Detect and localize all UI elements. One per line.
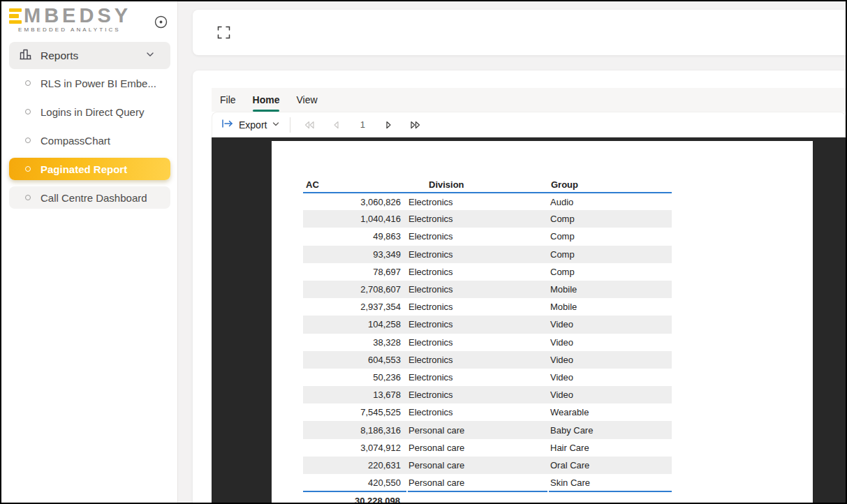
paginated-report-embed: File Home View Export [212, 88, 846, 504]
col-header-group: Group [548, 177, 672, 193]
ribbon-toolbar: Export 1 [212, 112, 846, 137]
previous-page-icon[interactable] [323, 121, 349, 129]
table-row: 1,040,416 Electronics Comp [303, 210, 672, 228]
radio-bullet-icon [25, 166, 31, 172]
ribbon-tab[interactable]: Home [244, 88, 288, 112]
sidebar: MBEDSY EMBEDDED ANALYTICS Reports RLS in… [1, 1, 178, 503]
fullscreen-icon[interactable] [217, 26, 230, 39]
report-table: AC Division Group 3,060,826 Electronics … [303, 177, 672, 504]
sidebar-report-item[interactable]: RLS in Power BI Embe... [9, 72, 170, 94]
radio-bullet-icon [25, 109, 31, 114]
page-navigation: 1 [296, 119, 429, 130]
export-label: Export [239, 119, 267, 131]
toolbar-divider [290, 117, 290, 133]
report-canvas: AC Division Group 3,060,826 Electronics … [212, 137, 846, 504]
sidebar-report-item[interactable]: Paginated Report [9, 158, 170, 180]
table-total-row: 30,228,098 [303, 491, 672, 504]
current-page-number[interactable]: 1 [349, 119, 376, 130]
table-row: 104,258 Electronics Video [303, 316, 672, 333]
report-list: RLS in Power BI Embe... Logins in Direct… [9, 72, 170, 209]
brand-name: MBEDSY [24, 7, 131, 24]
table-row: 2,708,607 Electronics Mobile [303, 281, 672, 298]
export-button[interactable]: Export [221, 118, 280, 132]
table-row: 93,349 Electronics Comp [303, 246, 672, 263]
ribbon-tab[interactable]: File [212, 88, 244, 112]
table-row: 38,328 Electronics Video [303, 334, 672, 351]
radio-bullet-icon [25, 80, 31, 86]
brand-subtitle: EMBEDDED ANALYTICS [18, 27, 177, 33]
circle-dot-icon[interactable] [154, 15, 168, 29]
table-row: 3,074,912 Personal care Hair Care [303, 439, 672, 457]
col-header-division: Division [407, 177, 548, 193]
radio-bullet-icon [25, 138, 31, 143]
first-page-icon[interactable] [296, 121, 323, 129]
table-row: 220,631 Personal care Oral Care [303, 457, 672, 474]
sidebar-report-item[interactable]: CompassChart [9, 129, 170, 151]
radio-bullet-icon [25, 195, 31, 200]
table-row: 8,186,316 Personal care Baby Care [303, 421, 672, 438]
ribbon-tabbar: File Home View [212, 88, 846, 112]
chevron-down-icon [145, 50, 155, 62]
table-row: 78,697 Electronics Comp [303, 263, 672, 281]
chevron-down-icon [272, 119, 280, 131]
table-row: 50,236 Electronics Video [303, 369, 672, 386]
table-row: 420,550 Personal care Skin Care [303, 474, 672, 491]
col-header-ac: AC [303, 177, 407, 193]
table-row: 7,545,525 Electronics Wearable [303, 403, 672, 421]
last-page-icon[interactable] [402, 121, 429, 129]
table-row: 3,060,826 Electronics Audio [303, 193, 672, 210]
brand-e-icon [9, 8, 22, 24]
sidebar-report-item[interactable]: Logins in Direct Query [9, 101, 170, 123]
table-row: 49,863 Electronics Comp [303, 228, 672, 245]
top-toolbar-card [193, 10, 846, 55]
table-header-row: AC Division Group [303, 177, 672, 193]
bar-chart-icon [18, 47, 33, 64]
next-page-icon[interactable] [376, 121, 402, 129]
export-icon [221, 118, 234, 132]
table-row: 2,937,354 Electronics Mobile [303, 298, 672, 316]
ribbon-tab[interactable]: View [288, 88, 325, 112]
table-row: 13,678 Electronics Video [303, 386, 672, 403]
report-page: AC Division Group 3,060,826 Electronics … [272, 141, 813, 504]
total-value: 30,228,098 [303, 491, 407, 504]
table-row: 604,553 Electronics Video [303, 351, 672, 369]
reports-section-header[interactable]: Reports [9, 42, 170, 69]
brand-logo: MBEDSY [1, 1, 177, 24]
sidebar-report-item[interactable]: Call Centre Dashboard [9, 186, 170, 209]
app-window: MBEDSY EMBEDDED ANALYTICS Reports RLS in… [0, 0, 847, 504]
report-viewer-card: File Home View Export [193, 71, 846, 504]
reports-section-label: Reports [40, 50, 78, 62]
